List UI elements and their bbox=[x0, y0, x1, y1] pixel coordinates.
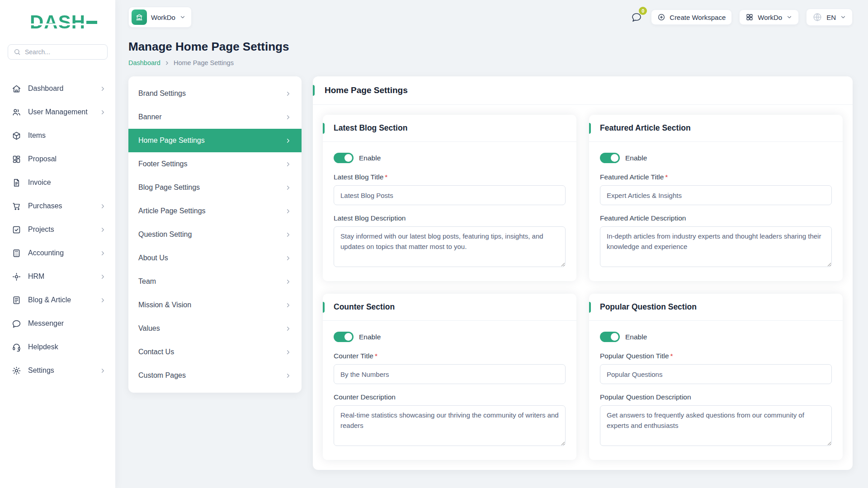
sidebar-search[interactable] bbox=[8, 44, 108, 60]
enable-toggle[interactable] bbox=[600, 153, 620, 163]
section-title: Counter Section bbox=[334, 302, 395, 311]
chevron-right-icon bbox=[99, 297, 106, 304]
settings-layout: Brand Settings Banner Home Page Settings… bbox=[128, 76, 853, 470]
projects-icon bbox=[12, 225, 21, 235]
sidebar-item-dashboard[interactable]: Dashboard bbox=[0, 77, 115, 100]
sidebar-item-label: Helpdesk bbox=[28, 343, 58, 351]
language-selector[interactable]: EN bbox=[806, 9, 853, 26]
chevron-right-icon bbox=[285, 114, 292, 121]
chevron-right-icon bbox=[285, 278, 292, 285]
enable-toggle-row: Enable bbox=[334, 153, 566, 163]
chevron-right-icon bbox=[99, 367, 106, 374]
workspace-selector[interactable]: WorkDo bbox=[128, 7, 192, 28]
home-icon bbox=[12, 84, 21, 94]
sidebar-item-accounting[interactable]: Accounting bbox=[0, 241, 115, 265]
section-body: Enable Latest Blog Title* Latest Blog De… bbox=[323, 142, 576, 281]
enable-toggle[interactable] bbox=[600, 332, 620, 342]
field-label-text: Popular Question Title bbox=[600, 352, 669, 360]
sidebar-item-label: Blog & Article bbox=[28, 296, 71, 304]
section-body: Enable Popular Question Title* Popular Q… bbox=[589, 321, 843, 460]
sidebar-item-helpdesk[interactable]: Helpdesk bbox=[0, 335, 115, 359]
counter-section-card: Counter Section Enable Counter Title* bbox=[323, 294, 576, 460]
create-workspace-button[interactable]: Create Workspace bbox=[651, 9, 732, 25]
sidebar-item-label: HRM bbox=[28, 272, 44, 281]
chevron-right-icon bbox=[99, 203, 106, 210]
accent-bar bbox=[323, 123, 325, 134]
sidebar-item-invoice[interactable]: Invoice bbox=[0, 171, 115, 194]
settings-menu-item-banner[interactable]: Banner bbox=[128, 105, 302, 129]
settings-menu-item-blog-page-settings[interactable]: Blog Page Settings bbox=[128, 176, 302, 199]
enable-label: Enable bbox=[625, 154, 647, 162]
latest-blog-description-textarea[interactable]: Stay informed with our latest blog posts… bbox=[334, 226, 566, 267]
settings-menu-item-team[interactable]: Team bbox=[128, 270, 302, 293]
section-title: Latest Blog Section bbox=[334, 123, 407, 132]
workdo-menu-label: WorkDo bbox=[758, 14, 782, 21]
popular-question-description-textarea[interactable]: Get answers to frequently asked question… bbox=[600, 405, 832, 446]
settings-menu-item-mission-vision[interactable]: Mission & Vision bbox=[128, 293, 302, 317]
settings-menu-item-about-us[interactable]: About Us bbox=[128, 246, 302, 270]
settings-menu-item-brand-settings[interactable]: Brand Settings bbox=[128, 82, 302, 105]
chevron-right-icon bbox=[285, 208, 292, 215]
topbar: WorkDo 0 Create Workspace WorkDo EN bbox=[115, 0, 868, 28]
page-title: Manage Home Page Settings bbox=[128, 40, 853, 54]
counter-description-textarea[interactable]: Real-time statistics showcasing our thri… bbox=[334, 405, 566, 446]
section-header: Featured Article Section bbox=[589, 115, 843, 142]
counter-title-input[interactable] bbox=[334, 364, 566, 384]
sidebar-item-settings[interactable]: Settings bbox=[0, 359, 115, 382]
chevron-right-icon bbox=[99, 226, 106, 233]
chevron-right-icon bbox=[285, 349, 292, 356]
popular-question-title-input[interactable] bbox=[600, 364, 832, 384]
enable-toggle-row: Enable bbox=[600, 153, 832, 163]
featured-article-title-input[interactable] bbox=[600, 185, 832, 205]
enable-toggle[interactable] bbox=[334, 332, 354, 342]
enable-toggle[interactable] bbox=[334, 153, 354, 163]
settings-menu-item-custom-pages[interactable]: Custom Pages bbox=[128, 364, 302, 387]
enable-toggle-row: Enable bbox=[600, 332, 832, 342]
chevron-right-icon bbox=[285, 90, 292, 97]
chevron-right-icon bbox=[285, 137, 292, 144]
section-title: Popular Question Section bbox=[600, 302, 697, 311]
sidebar-item-user-management[interactable]: User Management bbox=[0, 100, 115, 124]
breadcrumb: Dashboard Home Page Settings bbox=[128, 59, 853, 66]
workspace-name: WorkDo bbox=[151, 14, 175, 21]
settings-menu-item-question-setting[interactable]: Question Setting bbox=[128, 223, 302, 246]
users-icon bbox=[12, 108, 21, 117]
menu-item-label: Custom Pages bbox=[138, 371, 186, 380]
workdo-menu-button[interactable]: WorkDo bbox=[739, 9, 799, 25]
proposal-icon bbox=[12, 155, 21, 164]
latest-blog-title-input[interactable] bbox=[334, 185, 566, 205]
invoice-icon bbox=[12, 178, 21, 188]
sidebar-item-purchases[interactable]: Purchases bbox=[0, 194, 115, 218]
sidebar-item-messenger[interactable]: Messenger bbox=[0, 312, 115, 335]
panel-header: Home Page Settings bbox=[313, 76, 853, 105]
enable-toggle-row: Enable bbox=[334, 332, 566, 342]
chevron-right-icon bbox=[285, 161, 292, 168]
sidebar-item-proposal[interactable]: Proposal bbox=[0, 147, 115, 171]
helpdesk-icon bbox=[12, 343, 21, 352]
messages-button[interactable]: 0 bbox=[629, 10, 644, 24]
messenger-icon bbox=[12, 319, 21, 328]
featured-article-description-textarea[interactable]: In-depth articles from industry experts … bbox=[600, 226, 832, 267]
field-label: Latest Blog Title* bbox=[334, 173, 566, 181]
enable-label: Enable bbox=[625, 333, 647, 341]
sidebar-item-hrm[interactable]: HRM bbox=[0, 265, 115, 288]
settings-menu-item-contact-us[interactable]: Contact Us bbox=[128, 340, 302, 364]
settings-menu-item-article-page-settings[interactable]: Article Page Settings bbox=[128, 199, 302, 223]
sidebar-item-label: Dashboard bbox=[28, 84, 63, 93]
field-label: Featured Article Title* bbox=[600, 173, 832, 181]
search-input[interactable] bbox=[25, 48, 102, 56]
menu-item-label: Banner bbox=[138, 113, 162, 121]
sidebar-item-blog-article[interactable]: Blog & Article bbox=[0, 288, 115, 312]
search-icon bbox=[14, 48, 21, 56]
settings-menu: Brand Settings Banner Home Page Settings… bbox=[128, 76, 302, 393]
settings-menu-item-footer-settings[interactable]: Footer Settings bbox=[128, 152, 302, 176]
settings-menu-item-values[interactable]: Values bbox=[128, 317, 302, 340]
menu-item-label: Article Page Settings bbox=[138, 207, 206, 215]
settings-menu-item-home-page-settings[interactable]: Home Page Settings bbox=[128, 129, 302, 152]
sidebar-nav: Dashboard User Management Items Proposal… bbox=[0, 77, 115, 382]
menu-item-label: Footer Settings bbox=[138, 160, 188, 168]
field-label: Popular Question Title* bbox=[600, 352, 832, 360]
breadcrumb-dashboard-link[interactable]: Dashboard bbox=[128, 59, 160, 66]
sidebar-item-items[interactable]: Items bbox=[0, 124, 115, 147]
sidebar-item-projects[interactable]: Projects bbox=[0, 218, 115, 241]
